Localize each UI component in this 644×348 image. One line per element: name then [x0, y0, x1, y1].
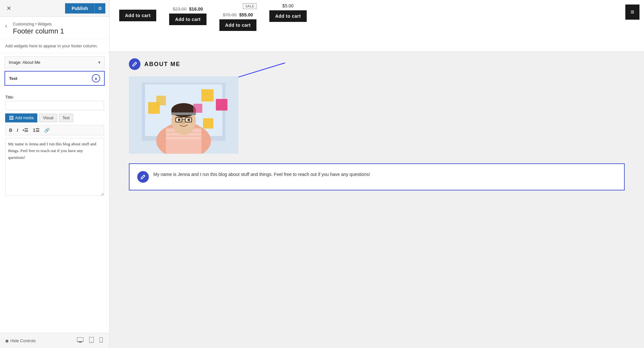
breadcrumb-section: ‹ Customizing • Widgets Footer column 1: [0, 17, 109, 39]
svg-point-24: [178, 119, 180, 121]
add-media-button[interactable]: 🖼 Add media: [5, 113, 37, 122]
widget-item-text[interactable]: Text ▲: [5, 71, 105, 86]
format-bold-button[interactable]: B: [7, 127, 14, 133]
svg-point-6: [101, 342, 101, 342]
person-image: [129, 76, 238, 154]
view-icons: [76, 336, 104, 345]
price-sale-3: $55.00: [239, 12, 253, 17]
hide-controls-button[interactable]: ◉ Hide Controls: [5, 338, 36, 343]
product-item-4: $5.00 Add to cart: [269, 3, 306, 22]
tab-visual-button[interactable]: Visual: [39, 114, 57, 122]
bottom-controls: ◉ Hide Controls: [0, 333, 109, 348]
hide-controls-icon: ◉: [5, 338, 9, 343]
about-me-section: ABOUT ME: [110, 58, 644, 154]
section-header: ABOUT ME: [129, 58, 625, 70]
chevron-down-icon: ▾: [98, 60, 101, 65]
svg-rect-17: [166, 137, 201, 139]
breadcrumb: Customizing • Widgets: [13, 22, 104, 26]
main-content: Add to cart $23.00 $16.00 Add to cart SA…: [110, 0, 644, 348]
price-original-3: $70.00: [223, 12, 237, 17]
tablet-view-button[interactable]: [88, 336, 95, 345]
add-to-cart-button-1[interactable]: Add to cart: [119, 10, 156, 21]
bio-text: My name is Jenna and I run this blog abo…: [153, 171, 370, 178]
format-link-button[interactable]: 🔗: [43, 127, 51, 133]
editor-toolbar-row: 🖼 Add media Visual Text: [5, 113, 104, 122]
edit-icon-circle[interactable]: [129, 58, 140, 70]
add-to-cart-button-4[interactable]: Add to cart: [269, 10, 306, 22]
widget-item-image[interactable]: Image: About Me ▾: [5, 56, 105, 68]
svg-rect-34: [156, 96, 166, 105]
gear-button[interactable]: ⚙: [94, 3, 105, 14]
add-media-icon: 🖼: [9, 115, 14, 121]
sale-badge-3: SALE: [243, 3, 256, 9]
desktop-view-button[interactable]: [76, 336, 85, 345]
top-bar: ✕ Publish ⚙: [0, 0, 109, 17]
close-button[interactable]: ✕: [4, 4, 14, 13]
bio-edit-icon[interactable]: [137, 171, 149, 183]
widget-label-image: Image: About Me: [9, 60, 40, 65]
price-sale-2: $16.00: [189, 6, 203, 12]
publish-group: Publish ⚙: [65, 3, 105, 14]
price-row-3: $70.00 $55.00: [223, 12, 253, 17]
product-item-3: SALE $70.00 $55.00 Add to cart: [219, 3, 256, 31]
format-ul-button[interactable]: •☰: [21, 127, 30, 133]
hamburger-button[interactable]: ≡: [625, 5, 639, 20]
svg-rect-0: [77, 337, 83, 342]
price-row-2: $23.00 $16.00: [173, 6, 203, 12]
products-strip: Add to cart $23.00 $16.00 Add to cart SA…: [110, 0, 644, 52]
product-item-2: $23.00 $16.00 Add to cart: [169, 6, 206, 25]
svg-rect-1: [79, 342, 81, 342]
widget-form: Title: 🖼 Add media Visual Text B I •☰ 1☰…: [0, 92, 109, 333]
hamburger-icon: ≡: [630, 8, 634, 15]
person-image-svg: [129, 76, 238, 154]
publish-button[interactable]: Publish: [65, 3, 94, 14]
widget-expand-button[interactable]: ▲: [92, 74, 100, 82]
svg-point-4: [91, 342, 92, 343]
back-button[interactable]: ‹: [5, 23, 7, 29]
svg-rect-21: [171, 112, 196, 115]
hide-controls-label: Hide Controls: [10, 338, 36, 343]
svg-point-25: [187, 119, 190, 121]
price-original-2: $23.00: [173, 6, 187, 12]
simple-price-4: $5.00: [282, 3, 293, 8]
bio-box: My name is Jenna and I run this blog abo…: [129, 163, 625, 190]
add-to-cart-button-3[interactable]: Add to cart: [219, 19, 256, 31]
svg-rect-2: [79, 342, 82, 343]
page-title: Footer column 1: [13, 27, 104, 35]
widget-list: Image: About Me ▾ Text ▲: [0, 53, 109, 92]
sidebar-description: Add widgets here to appear in your foote…: [0, 39, 109, 53]
format-toolbar: B I •☰ 1☰ 🔗: [5, 125, 104, 135]
svg-rect-33: [193, 104, 202, 113]
format-ol-button[interactable]: 1☰: [31, 127, 41, 133]
tab-text-button[interactable]: Text: [59, 114, 73, 122]
about-me-title: ABOUT ME: [144, 61, 180, 68]
format-italic-button[interactable]: I: [15, 127, 20, 133]
svg-rect-29: [201, 89, 214, 102]
svg-rect-30: [216, 99, 227, 111]
widget-label-text: Text: [9, 76, 17, 81]
product-item-1: Add to cart: [119, 10, 156, 21]
text-editor[interactable]: My name is Jenna and I run this blog abo…: [5, 138, 104, 196]
mobile-view-button[interactable]: [98, 336, 104, 345]
title-label: Title:: [5, 95, 104, 100]
sidebar-panel: ✕ Publish ⚙ ‹ Customizing • Widgets Foot…: [0, 0, 110, 348]
add-media-label: Add media: [15, 116, 34, 120]
title-input[interactable]: [5, 101, 104, 110]
svg-rect-32: [203, 118, 213, 129]
add-to-cart-button-2[interactable]: Add to cart: [169, 14, 206, 25]
